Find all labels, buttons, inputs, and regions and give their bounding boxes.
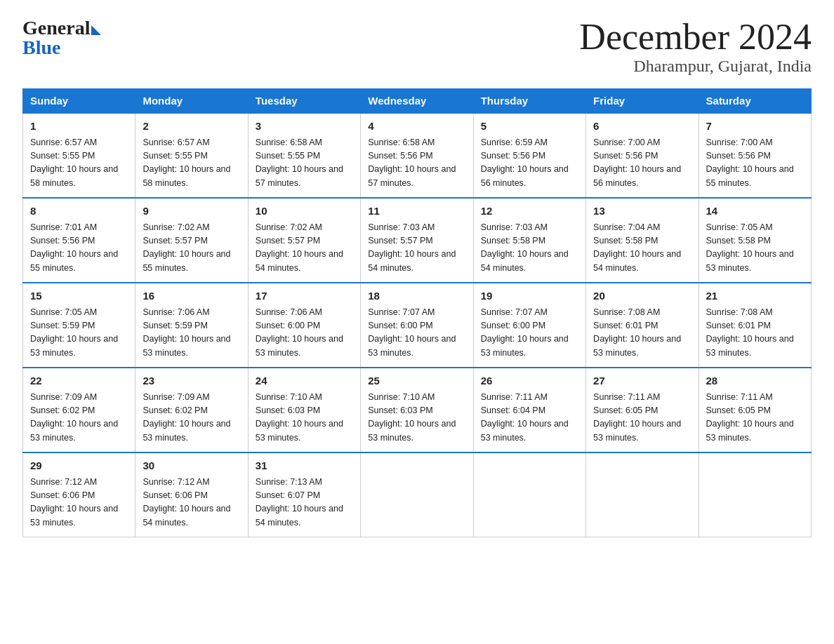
day-number: 15: [30, 288, 128, 304]
logo: General Blue: [22, 17, 101, 59]
calendar-cell: 28 Sunrise: 7:11 AMSunset: 6:05 PMDaylig…: [699, 368, 811, 452]
day-info: Sunrise: 6:58 AMSunset: 5:55 PMDaylight:…: [256, 137, 343, 188]
day-number: 31: [256, 458, 353, 474]
day-info: Sunrise: 7:12 AMSunset: 6:06 PMDaylight:…: [30, 477, 118, 528]
calendar-cell: 4 Sunrise: 6:58 AMSunset: 5:56 PMDayligh…: [361, 113, 473, 198]
day-number: 13: [593, 203, 691, 220]
calendar-cell: 7 Sunrise: 7:00 AMSunset: 5:56 PMDayligh…: [699, 113, 811, 198]
calendar-cell: 21 Sunrise: 7:08 AMSunset: 6:01 PMDaylig…: [699, 283, 811, 368]
day-info: Sunrise: 6:57 AMSunset: 5:55 PMDaylight:…: [143, 137, 230, 188]
calendar-cell: 26 Sunrise: 7:11 AMSunset: 6:04 PMDaylig…: [473, 368, 585, 452]
calendar-cell: 24 Sunrise: 7:10 AMSunset: 6:03 PMDaylig…: [248, 368, 360, 452]
day-number: 19: [481, 288, 578, 304]
page-title: December 2024: [579, 17, 812, 57]
logo-triangle-icon: [91, 25, 101, 35]
calendar-cell: 18 Sunrise: 7:07 AMSunset: 6:00 PMDaylig…: [361, 283, 473, 368]
day-number: 1: [30, 119, 128, 135]
col-header-monday: Monday: [135, 89, 248, 114]
calendar-cell: 1 Sunrise: 6:57 AMSunset: 5:55 PMDayligh…: [23, 113, 135, 198]
calendar-cell: 30 Sunrise: 7:12 AMSunset: 6:06 PMDaylig…: [135, 452, 248, 537]
day-number: 20: [593, 288, 691, 304]
day-number: 22: [30, 373, 128, 389]
day-info: Sunrise: 7:00 AMSunset: 5:56 PMDaylight:…: [593, 137, 681, 188]
calendar-cell: 16 Sunrise: 7:06 AMSunset: 5:59 PMDaylig…: [135, 283, 248, 368]
page-subtitle: Dharampur, Gujarat, India: [579, 57, 812, 76]
calendar-cell: 12 Sunrise: 7:03 AMSunset: 5:58 PMDaylig…: [473, 198, 585, 283]
calendar-cell: 22 Sunrise: 7:09 AMSunset: 6:02 PMDaylig…: [23, 368, 135, 452]
day-number: 27: [593, 373, 691, 389]
calendar-table: SundayMondayTuesdayWednesdayThursdayFrid…: [22, 88, 812, 537]
calendar-week-row: 15 Sunrise: 7:05 AMSunset: 5:59 PMDaylig…: [23, 283, 812, 368]
day-number: 10: [256, 203, 353, 220]
day-number: 3: [256, 119, 353, 135]
day-info: Sunrise: 7:09 AMSunset: 6:02 PMDaylight:…: [30, 392, 118, 443]
day-info: Sunrise: 7:07 AMSunset: 6:00 PMDaylight:…: [368, 307, 456, 358]
day-info: Sunrise: 7:06 AMSunset: 6:00 PMDaylight:…: [256, 307, 343, 358]
calendar-cell: 17 Sunrise: 7:06 AMSunset: 6:00 PMDaylig…: [248, 283, 360, 368]
page-header: General Blue December 2024 Dharampur, Gu…: [22, 17, 812, 76]
day-number: 4: [368, 119, 465, 135]
day-number: 11: [368, 203, 465, 220]
day-info: Sunrise: 7:08 AMSunset: 6:01 PMDaylight:…: [706, 307, 794, 358]
day-info: Sunrise: 7:13 AMSunset: 6:07 PMDaylight:…: [256, 477, 343, 528]
calendar-week-row: 22 Sunrise: 7:09 AMSunset: 6:02 PMDaylig…: [23, 368, 812, 452]
day-number: 2: [143, 119, 240, 135]
day-info: Sunrise: 7:11 AMSunset: 6:04 PMDaylight:…: [481, 392, 569, 443]
day-number: 16: [143, 288, 240, 304]
day-number: 25: [368, 373, 465, 389]
day-number: 14: [706, 203, 804, 220]
day-info: Sunrise: 7:12 AMSunset: 6:06 PMDaylight:…: [143, 477, 230, 528]
calendar-cell: 15 Sunrise: 7:05 AMSunset: 5:59 PMDaylig…: [23, 283, 135, 368]
calendar-cell: 31 Sunrise: 7:13 AMSunset: 6:07 PMDaylig…: [248, 452, 360, 537]
day-number: 24: [256, 373, 353, 389]
day-info: Sunrise: 7:10 AMSunset: 6:03 PMDaylight:…: [368, 392, 456, 443]
col-header-sunday: Sunday: [23, 89, 135, 114]
day-info: Sunrise: 6:57 AMSunset: 5:55 PMDaylight:…: [30, 137, 118, 188]
calendar-cell: [473, 452, 585, 537]
calendar-cell: 25 Sunrise: 7:10 AMSunset: 6:03 PMDaylig…: [361, 368, 473, 452]
calendar-cell: 19 Sunrise: 7:07 AMSunset: 6:00 PMDaylig…: [473, 283, 585, 368]
day-info: Sunrise: 7:00 AMSunset: 5:56 PMDaylight:…: [706, 137, 794, 188]
day-info: Sunrise: 7:02 AMSunset: 5:57 PMDaylight:…: [256, 222, 343, 273]
day-number: 8: [30, 203, 128, 220]
title-block: December 2024 Dharampur, Gujarat, India: [579, 17, 812, 76]
day-number: 21: [706, 288, 804, 304]
day-info: Sunrise: 7:03 AMSunset: 5:57 PMDaylight:…: [368, 222, 456, 273]
calendar-cell: 3 Sunrise: 6:58 AMSunset: 5:55 PMDayligh…: [248, 113, 360, 198]
day-info: Sunrise: 7:02 AMSunset: 5:57 PMDaylight:…: [143, 222, 230, 273]
day-number: 6: [593, 119, 691, 135]
day-info: Sunrise: 7:09 AMSunset: 6:02 PMDaylight:…: [143, 392, 230, 443]
day-number: 18: [368, 288, 465, 304]
day-info: Sunrise: 7:11 AMSunset: 6:05 PMDaylight:…: [593, 392, 681, 443]
day-number: 9: [143, 203, 240, 220]
calendar-cell: 29 Sunrise: 7:12 AMSunset: 6:06 PMDaylig…: [23, 452, 135, 537]
calendar-header-row: SundayMondayTuesdayWednesdayThursdayFrid…: [23, 89, 812, 114]
calendar-cell: 5 Sunrise: 6:59 AMSunset: 5:56 PMDayligh…: [473, 113, 585, 198]
calendar-cell: [361, 452, 473, 537]
day-info: Sunrise: 7:01 AMSunset: 5:56 PMDaylight:…: [30, 222, 118, 273]
day-info: Sunrise: 7:05 AMSunset: 5:59 PMDaylight:…: [30, 307, 118, 358]
day-number: 7: [706, 119, 804, 135]
logo-blue-text: Blue: [22, 36, 60, 59]
day-info: Sunrise: 6:58 AMSunset: 5:56 PMDaylight:…: [368, 137, 456, 188]
day-info: Sunrise: 7:07 AMSunset: 6:00 PMDaylight:…: [481, 307, 569, 358]
calendar-week-row: 8 Sunrise: 7:01 AMSunset: 5:56 PMDayligh…: [23, 198, 812, 283]
day-info: Sunrise: 7:11 AMSunset: 6:05 PMDaylight:…: [706, 392, 794, 443]
col-header-saturday: Saturday: [699, 89, 811, 114]
calendar-cell: 14 Sunrise: 7:05 AMSunset: 5:58 PMDaylig…: [699, 198, 811, 283]
day-info: Sunrise: 6:59 AMSunset: 5:56 PMDaylight:…: [481, 137, 569, 188]
col-header-thursday: Thursday: [473, 89, 585, 114]
day-number: 17: [256, 288, 353, 304]
calendar-week-row: 1 Sunrise: 6:57 AMSunset: 5:55 PMDayligh…: [23, 113, 812, 198]
calendar-cell: 20 Sunrise: 7:08 AMSunset: 6:01 PMDaylig…: [586, 283, 699, 368]
calendar-cell: [699, 452, 811, 537]
calendar-cell: 10 Sunrise: 7:02 AMSunset: 5:57 PMDaylig…: [248, 198, 360, 283]
day-info: Sunrise: 7:04 AMSunset: 5:58 PMDaylight:…: [593, 222, 681, 273]
day-number: 28: [706, 373, 804, 389]
calendar-cell: 27 Sunrise: 7:11 AMSunset: 6:05 PMDaylig…: [586, 368, 699, 452]
col-header-friday: Friday: [586, 89, 699, 114]
calendar-cell: 13 Sunrise: 7:04 AMSunset: 5:58 PMDaylig…: [586, 198, 699, 283]
calendar-cell: 11 Sunrise: 7:03 AMSunset: 5:57 PMDaylig…: [361, 198, 473, 283]
col-header-tuesday: Tuesday: [248, 89, 360, 114]
day-number: 12: [481, 203, 578, 220]
